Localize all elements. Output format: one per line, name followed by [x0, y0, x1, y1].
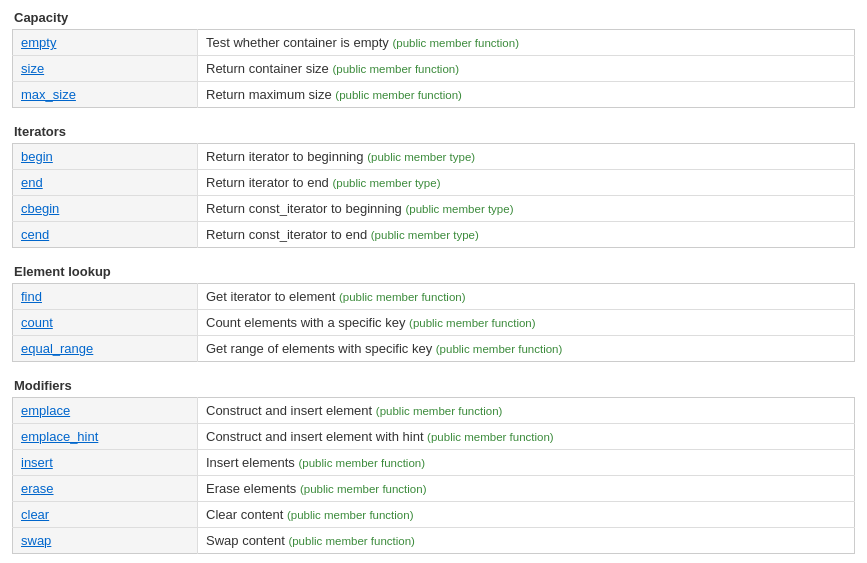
function-name-cell: cbegin [13, 196, 198, 222]
section-title-element-lookup: Element lookup [12, 264, 855, 279]
table-row: max_sizeReturn maximum size (public memb… [13, 82, 855, 108]
table-row: beginReturn iterator to beginning (publi… [13, 144, 855, 170]
function-desc: Insert elements [206, 455, 299, 470]
function-desc-cell: Erase elements (public member function) [198, 476, 855, 502]
table-row: countCount elements with a specific key … [13, 310, 855, 336]
function-name-cell: begin [13, 144, 198, 170]
table-row: equal_rangeGet range of elements with sp… [13, 336, 855, 362]
function-link[interactable]: max_size [21, 87, 76, 102]
function-link[interactable]: insert [21, 455, 53, 470]
function-name-cell: end [13, 170, 198, 196]
function-desc-cell: Swap content (public member function) [198, 528, 855, 554]
table-row: emplaceConstruct and insert element (pub… [13, 398, 855, 424]
function-link[interactable]: empty [21, 35, 56, 50]
table-row: swapSwap content (public member function… [13, 528, 855, 554]
function-name-cell: emplace [13, 398, 198, 424]
function-desc: Clear content [206, 507, 287, 522]
function-badge: (public member function) [288, 535, 415, 547]
function-badge: (public member function) [335, 89, 462, 101]
function-desc: Swap content [206, 533, 288, 548]
function-name-cell: equal_range [13, 336, 198, 362]
function-badge: (public member function) [299, 457, 426, 469]
function-link[interactable]: size [21, 61, 44, 76]
function-badge: (public member function) [427, 431, 554, 443]
function-badge: (public member type) [367, 151, 475, 163]
function-badge: (public member function) [376, 405, 503, 417]
function-badge: (public member type) [371, 229, 479, 241]
function-badge: (public member function) [392, 37, 519, 49]
function-desc-cell: Get iterator to element (public member f… [198, 284, 855, 310]
function-desc: Get iterator to element [206, 289, 339, 304]
section-iterators: IteratorsbeginReturn iterator to beginni… [12, 124, 855, 248]
function-link[interactable]: count [21, 315, 53, 330]
section-element-lookup: Element lookupfindGet iterator to elemen… [12, 264, 855, 362]
function-name-cell: erase [13, 476, 198, 502]
function-desc-cell: Clear content (public member function) [198, 502, 855, 528]
function-name-cell: max_size [13, 82, 198, 108]
function-link[interactable]: swap [21, 533, 51, 548]
function-name-cell: clear [13, 502, 198, 528]
function-badge: (public member function) [339, 291, 466, 303]
function-desc-cell: Return iterator to end (public member ty… [198, 170, 855, 196]
function-desc: Count elements with a specific key [206, 315, 409, 330]
section-title-modifiers: Modifiers [12, 378, 855, 393]
function-badge: (public member type) [332, 177, 440, 189]
function-desc-cell: Insert elements (public member function) [198, 450, 855, 476]
function-desc-cell: Return container size (public member fun… [198, 56, 855, 82]
function-name-cell: insert [13, 450, 198, 476]
table-row: cendReturn const_iterator to end (public… [13, 222, 855, 248]
table-row: clearClear content (public member functi… [13, 502, 855, 528]
function-desc: Return const_iterator to beginning [206, 201, 405, 216]
function-desc: Return iterator to end [206, 175, 332, 190]
table-row: cbeginReturn const_iterator to beginning… [13, 196, 855, 222]
function-badge: (public member function) [287, 509, 414, 521]
function-name-cell: count [13, 310, 198, 336]
function-link[interactable]: end [21, 175, 43, 190]
function-badge: (public member function) [332, 63, 459, 75]
function-badge: (public member function) [436, 343, 563, 355]
section-title-capacity: Capacity [12, 10, 855, 25]
function-desc-cell: Return const_iterator to end (public mem… [198, 222, 855, 248]
function-link[interactable]: clear [21, 507, 49, 522]
table-row: eraseErase elements (public member funct… [13, 476, 855, 502]
table-row: sizeReturn container size (public member… [13, 56, 855, 82]
function-link[interactable]: erase [21, 481, 54, 496]
table-row: findGet iterator to element (public memb… [13, 284, 855, 310]
function-link[interactable]: equal_range [21, 341, 93, 356]
section-capacity: CapacityemptyTest whether container is e… [12, 10, 855, 108]
function-link[interactable]: cbegin [21, 201, 59, 216]
function-link[interactable]: emplace_hint [21, 429, 98, 444]
function-desc: Construct and insert element with hint [206, 429, 427, 444]
table-row: emptyTest whether container is empty (pu… [13, 30, 855, 56]
function-name-cell: find [13, 284, 198, 310]
function-desc-cell: Count elements with a specific key (publ… [198, 310, 855, 336]
function-desc: Return const_iterator to end [206, 227, 371, 242]
function-desc-cell: Return const_iterator to beginning (publ… [198, 196, 855, 222]
function-badge: (public member type) [405, 203, 513, 215]
section-title-iterators: Iterators [12, 124, 855, 139]
function-desc-cell: Construct and insert element with hint (… [198, 424, 855, 450]
function-desc-cell: Get range of elements with specific key … [198, 336, 855, 362]
function-desc: Construct and insert element [206, 403, 376, 418]
function-link[interactable]: find [21, 289, 42, 304]
function-desc-cell: Return iterator to beginning (public mem… [198, 144, 855, 170]
table-row: emplace_hintConstruct and insert element… [13, 424, 855, 450]
table-row: endReturn iterator to end (public member… [13, 170, 855, 196]
function-name-cell: swap [13, 528, 198, 554]
function-desc: Get range of elements with specific key [206, 341, 436, 356]
function-desc: Return maximum size [206, 87, 335, 102]
section-modifiers: ModifiersemplaceConstruct and insert ele… [12, 378, 855, 554]
function-desc: Return container size [206, 61, 332, 76]
function-name-cell: size [13, 56, 198, 82]
function-link[interactable]: cend [21, 227, 49, 242]
function-link[interactable]: begin [21, 149, 53, 164]
function-desc: Erase elements [206, 481, 300, 496]
function-desc-cell: Return maximum size (public member funct… [198, 82, 855, 108]
function-link[interactable]: emplace [21, 403, 70, 418]
function-name-cell: emplace_hint [13, 424, 198, 450]
function-desc-cell: Construct and insert element (public mem… [198, 398, 855, 424]
function-desc-cell: Test whether container is empty (public … [198, 30, 855, 56]
function-name-cell: cend [13, 222, 198, 248]
function-desc: Test whether container is empty [206, 35, 392, 50]
function-badge: (public member function) [300, 483, 427, 495]
